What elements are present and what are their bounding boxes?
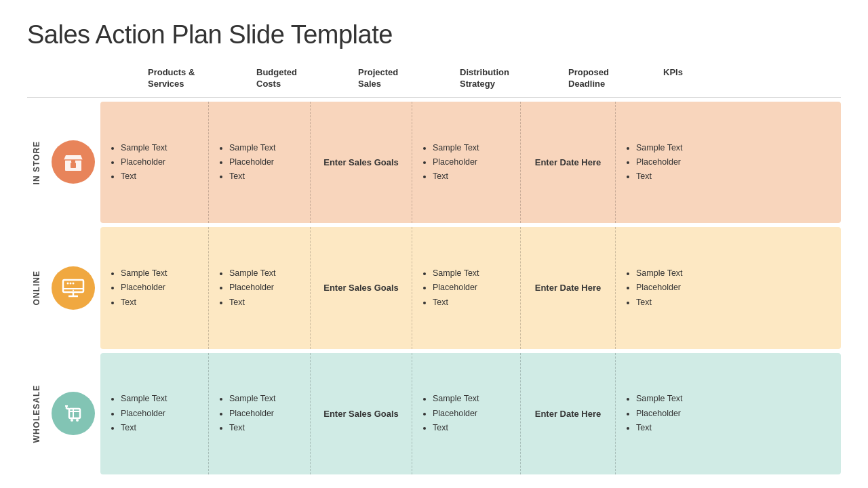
table-body: IN STORE Sample Text Placehold [27, 98, 841, 474]
list-item: Text [121, 296, 167, 310]
online-budgeted-list: Sample Text Placeholder Text [218, 266, 276, 310]
list-item: Sample Text [636, 266, 683, 281]
list-item: Text [433, 296, 479, 310]
monitor-icon [61, 277, 85, 299]
list-item: Text [433, 421, 479, 435]
cell-instore-deadline: Enter Date Here [521, 102, 616, 223]
online-products-list: Sample Text Placeholder Text [110, 266, 167, 310]
cell-wholesale-projected: Enter Sales Goals [311, 353, 412, 474]
row-label-wholesale: WHOLESALE [27, 353, 46, 474]
list-item: Sample Text [229, 392, 276, 406]
page-title: Sales Action Plan Slide Template [27, 20, 841, 49]
list-item: Text [229, 421, 276, 435]
store-icon [62, 150, 85, 174]
col-header-deadline: ProposedDeadline [563, 64, 658, 93]
cell-online-deadline: Enter Date Here [521, 227, 616, 348]
row-icon-area-online [46, 227, 100, 348]
online-distribution-list: Sample Text Placeholder Text [422, 266, 479, 310]
wholesale-kpis-list: Sample Text Placeholder Text [625, 392, 683, 435]
cell-instore-kpis: Sample Text Placeholder Text [616, 102, 711, 223]
row-content-instore: Sample Text Placeholder Text Sample Text… [100, 102, 841, 223]
wholesale-products-list: Sample Text Placeholder Text [110, 392, 167, 435]
list-item: Sample Text [636, 392, 683, 406]
svg-point-11 [73, 282, 75, 284]
cell-wholesale-deadline: Enter Date Here [521, 353, 616, 474]
instore-icon-circle [52, 140, 95, 184]
list-item: Text [433, 169, 479, 184]
list-item: Sample Text [121, 266, 167, 281]
list-item: Sample Text [636, 141, 683, 155]
list-item: Text [636, 169, 683, 184]
list-item: Text [636, 421, 683, 435]
cell-instore-projected: Enter Sales Goals [311, 102, 412, 223]
list-item: Sample Text [433, 141, 479, 155]
svg-point-10 [70, 282, 72, 284]
row-content-online: Sample Text Placeholder Text Sample Text… [100, 227, 841, 348]
cell-online-projected: Enter Sales Goals [311, 227, 412, 348]
header-spacer [27, 64, 142, 93]
list-item: Placeholder [636, 281, 683, 295]
wholesale-budgeted-list: Sample Text Placeholder Text [218, 392, 276, 435]
list-item: Placeholder [433, 407, 479, 421]
table-row-wholesale: WHOLESALE [27, 353, 841, 474]
wholesale-distribution-list: Sample Text Placeholder Text [422, 392, 479, 435]
list-item: Sample Text [121, 392, 167, 406]
wholesale-icon-circle [52, 392, 95, 435]
list-item: Text [121, 421, 167, 435]
svg-rect-12 [69, 409, 80, 418]
list-item: Placeholder [229, 407, 276, 421]
col-header-products: Products &Services [142, 64, 251, 93]
svg-point-9 [67, 282, 69, 284]
table-row-online: ONLINE [27, 227, 841, 348]
col-header-budgeted: BudgetedCosts [251, 64, 353, 93]
sales-table: Products &Services BudgetedCosts Project… [27, 64, 841, 474]
list-item: Placeholder [636, 407, 683, 421]
cell-wholesale-budgeted: Sample Text Placeholder Text [209, 353, 311, 474]
cell-online-products: Sample Text Placeholder Text [100, 227, 209, 348]
list-item: Text [636, 296, 683, 310]
online-kpis-list: Sample Text Placeholder Text [625, 266, 683, 310]
svg-point-8 [73, 289, 74, 291]
cell-online-kpis: Sample Text Placeholder Text [616, 227, 711, 348]
list-item: Placeholder [229, 281, 276, 295]
list-item: Placeholder [121, 155, 167, 169]
instore-budgeted-list: Sample Text Placeholder Text [218, 141, 276, 184]
list-item: Sample Text [433, 266, 479, 281]
list-item: Text [229, 169, 276, 184]
online-icon-circle [52, 266, 95, 310]
row-icon-area-instore [46, 102, 100, 223]
col-header-projected: ProjectedSales [353, 64, 454, 93]
list-item: Placeholder [121, 407, 167, 421]
list-item: Placeholder [121, 281, 167, 295]
cart-icon [61, 402, 85, 425]
svg-point-17 [71, 419, 73, 422]
row-content-wholesale: Sample Text Placeholder Text Sample Text… [100, 353, 841, 474]
list-item: Placeholder [433, 281, 479, 295]
col-header-kpis: KPIs [658, 64, 753, 93]
row-icon-area-wholesale [46, 353, 100, 474]
cell-instore-products: Sample Text Placeholder Text [100, 102, 209, 223]
table-row-instore: IN STORE Sample Text Placehold [27, 102, 841, 223]
list-item: Placeholder [636, 155, 683, 169]
instore-distribution-list: Sample Text Placeholder Text [422, 141, 479, 184]
instore-kpis-list: Sample Text Placeholder Text [625, 141, 683, 184]
cell-instore-budgeted: Sample Text Placeholder Text [209, 102, 311, 223]
list-item: Text [121, 169, 167, 184]
row-label-instore: IN STORE [27, 102, 46, 223]
cell-wholesale-distribution: Sample Text Placeholder Text [412, 353, 521, 474]
list-item: Placeholder [229, 155, 276, 169]
table-header: Products &Services BudgetedCosts Project… [27, 64, 841, 98]
cell-wholesale-kpis: Sample Text Placeholder Text [616, 353, 711, 474]
cell-online-budgeted: Sample Text Placeholder Text [209, 227, 311, 348]
list-item: Sample Text [229, 266, 276, 281]
row-label-online: ONLINE [27, 227, 46, 348]
list-item: Sample Text [433, 392, 479, 406]
cell-online-distribution: Sample Text Placeholder Text [412, 227, 521, 348]
svg-rect-1 [71, 163, 76, 168]
cell-instore-distribution: Sample Text Placeholder Text [412, 102, 521, 223]
col-header-distribution: DistributionStrategy [454, 64, 563, 93]
list-item: Sample Text [121, 141, 167, 155]
instore-products-list: Sample Text Placeholder Text [110, 141, 167, 184]
cell-wholesale-products: Sample Text Placeholder Text [100, 353, 209, 474]
list-item: Text [229, 296, 276, 310]
